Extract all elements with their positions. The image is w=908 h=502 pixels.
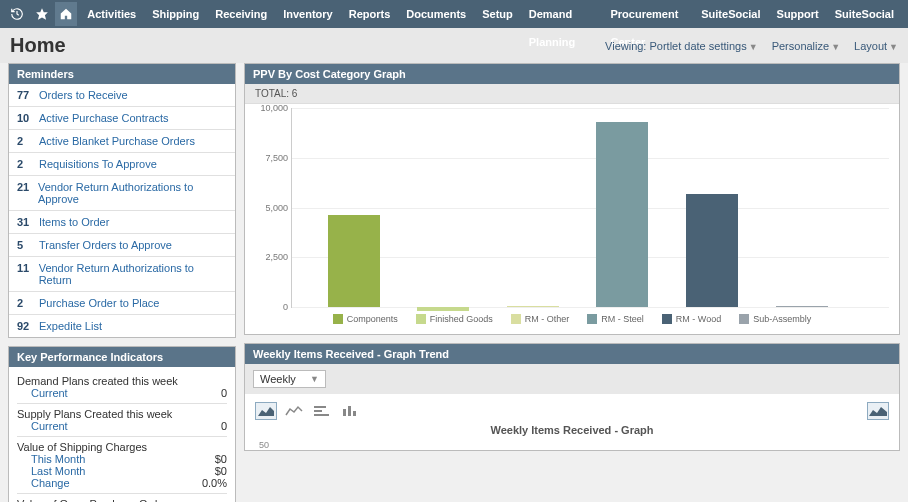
reminder-label: Orders to Receive xyxy=(39,89,128,101)
chevron-down-icon: ▼ xyxy=(831,42,840,52)
nav-item-shipping[interactable]: Shipping xyxy=(144,0,207,28)
trend-expand-icon[interactable] xyxy=(867,402,889,420)
legend-swatch xyxy=(511,314,521,324)
kpi-group: Value of Open Purchase OrdersThis Month$… xyxy=(17,494,227,502)
reminder-label: Purchase Order to Place xyxy=(39,297,159,309)
kpi-title: Value of Open Purchase Orders xyxy=(17,498,227,502)
ppv-total: TOTAL: 6 xyxy=(245,84,899,104)
viewing-dropdown[interactable]: Viewing: Portlet date settings▼ xyxy=(605,40,758,52)
kpi-line: Current0 xyxy=(17,420,227,432)
reminder-count: 10 xyxy=(17,112,39,124)
reminder-row[interactable]: 5Transfer Orders to Approve xyxy=(9,234,235,257)
reminder-row[interactable]: 2Purchase Order to Place xyxy=(9,292,235,315)
bar-finished-goods[interactable] xyxy=(417,307,469,311)
nav-item-setup[interactable]: Setup xyxy=(474,0,521,28)
y-tick: 2,500 xyxy=(254,252,288,262)
nav-item-inventory[interactable]: Inventory xyxy=(275,0,341,28)
reminder-row[interactable]: 31Items to Order xyxy=(9,211,235,234)
chart-type-line-icon[interactable] xyxy=(283,402,305,420)
history-icon[interactable] xyxy=(6,2,28,26)
nav-item-suitesocial[interactable]: SuiteSocial xyxy=(693,0,768,28)
reminder-count: 2 xyxy=(17,297,39,309)
star-icon[interactable] xyxy=(30,2,52,26)
legend-item: Finished Goods xyxy=(416,314,493,324)
nav-item-support[interactable]: Support xyxy=(769,0,827,28)
svg-rect-3 xyxy=(314,414,329,416)
nav-item-activities[interactable]: Activities xyxy=(79,0,144,28)
legend-item: Sub-Assembly xyxy=(739,314,811,324)
nav-item-documents[interactable]: Documents xyxy=(398,0,474,28)
reminder-count: 77 xyxy=(17,89,39,101)
kpi-line: Last Month$0 xyxy=(17,465,227,477)
reminders-header: Reminders xyxy=(9,64,235,84)
trend-subtitle: Weekly Items Received - Graph xyxy=(245,422,899,440)
page-title: Home xyxy=(10,34,66,57)
kpi-group: Value of Shipping ChargesThis Month$0Las… xyxy=(17,437,227,494)
reminder-row[interactable]: 10Active Purchase Contracts xyxy=(9,107,235,130)
y-tick: 5,000 xyxy=(254,203,288,213)
reminders-portlet: Reminders 77Orders to Receive10Active Pu… xyxy=(8,63,236,338)
chevron-down-icon: ▼ xyxy=(889,42,898,52)
kpi-line: Change0.0% xyxy=(17,477,227,489)
trend-period-dropdown[interactable]: Weekly ▼ xyxy=(253,370,326,388)
reminder-count: 31 xyxy=(17,216,39,228)
y-tick: 10,000 xyxy=(254,103,288,113)
nav-item-reports[interactable]: Reports xyxy=(341,0,399,28)
y-tick: 7,500 xyxy=(254,153,288,163)
page-header: Home Viewing: Portlet date settings▼ Per… xyxy=(0,28,908,63)
kpi-group: Supply Plans Created this weekCurrent0 xyxy=(17,404,227,437)
layout-dropdown[interactable]: Layout▼ xyxy=(854,40,898,52)
bar-components[interactable] xyxy=(328,215,380,307)
legend-item: RM - Steel xyxy=(587,314,644,324)
reminder-row[interactable]: 11Vendor Return Authorizations to Return xyxy=(9,257,235,292)
legend-swatch xyxy=(662,314,672,324)
bar-rm-other[interactable] xyxy=(507,306,559,307)
nav-item-receiving[interactable]: Receiving xyxy=(207,0,275,28)
home-icon[interactable] xyxy=(55,2,77,26)
ppv-chart-portlet: PPV By Cost Category Graph TOTAL: 6 02,5… xyxy=(244,63,900,335)
reminder-label: Vendor Return Authorizations to Approve xyxy=(38,181,227,205)
kpi-portlet: Key Performance Indicators Demand Plans … xyxy=(8,346,236,502)
chart-legend: ComponentsFinished GoodsRM - OtherRM - S… xyxy=(255,308,889,328)
nav-item-demand-planning[interactable]: Demand Planning xyxy=(521,0,603,28)
reminder-label: Active Purchase Contracts xyxy=(39,112,169,124)
kpi-title: Demand Plans created this week xyxy=(17,375,227,387)
kpi-title: Supply Plans Created this week xyxy=(17,408,227,420)
reminder-label: Active Blanket Purchase Orders xyxy=(39,135,195,147)
personalize-dropdown[interactable]: Personalize▼ xyxy=(772,40,840,52)
reminder-row[interactable]: 92Expedite List xyxy=(9,315,235,337)
kpi-title: Value of Shipping Charges xyxy=(17,441,227,453)
bar-rm-steel[interactable] xyxy=(596,122,648,307)
reminder-row[interactable]: 2Requisitions To Approve xyxy=(9,153,235,176)
svg-rect-4 xyxy=(343,409,346,416)
bar-sub-assembly[interactable] xyxy=(776,306,828,307)
reminder-row[interactable]: 21Vendor Return Authorizations to Approv… xyxy=(9,176,235,211)
reminder-row[interactable]: 77Orders to Receive xyxy=(9,84,235,107)
top-nav: ActivitiesShippingReceivingInventoryRepo… xyxy=(0,0,908,28)
reminder-count: 92 xyxy=(17,320,39,332)
ppv-bar-chart: 02,5005,0007,50010,000 xyxy=(291,108,889,308)
legend-swatch xyxy=(587,314,597,324)
reminder-row[interactable]: 2Active Blanket Purchase Orders xyxy=(9,130,235,153)
reminder-count: 21 xyxy=(17,181,38,193)
y-tick: 0 xyxy=(254,302,288,312)
svg-marker-0 xyxy=(36,8,48,20)
kpi-header: Key Performance Indicators xyxy=(9,347,235,367)
nav-item-suitesocial[interactable]: SuiteSocial xyxy=(827,0,902,28)
chart-type-hbar-icon[interactable] xyxy=(311,402,333,420)
kpi-line: This Month$0 xyxy=(17,453,227,465)
nav-item-procurement-center[interactable]: Procurement Center xyxy=(602,0,693,28)
legend-item: RM - Other xyxy=(511,314,570,324)
trend-portlet: Weekly Items Received - Graph Trend Week… xyxy=(244,343,900,451)
svg-rect-2 xyxy=(314,410,322,412)
legend-item: Components xyxy=(333,314,398,324)
chevron-down-icon: ▼ xyxy=(310,374,319,384)
chart-type-vbar-icon[interactable] xyxy=(339,402,361,420)
bar-rm-wood[interactable] xyxy=(686,194,738,307)
reminder-label: Transfer Orders to Approve xyxy=(39,239,172,251)
legend-swatch xyxy=(333,314,343,324)
reminder-count: 2 xyxy=(17,135,39,147)
legend-item: RM - Wood xyxy=(662,314,721,324)
chart-type-area-icon[interactable] xyxy=(255,402,277,420)
trend-header: Weekly Items Received - Graph Trend xyxy=(245,344,899,364)
